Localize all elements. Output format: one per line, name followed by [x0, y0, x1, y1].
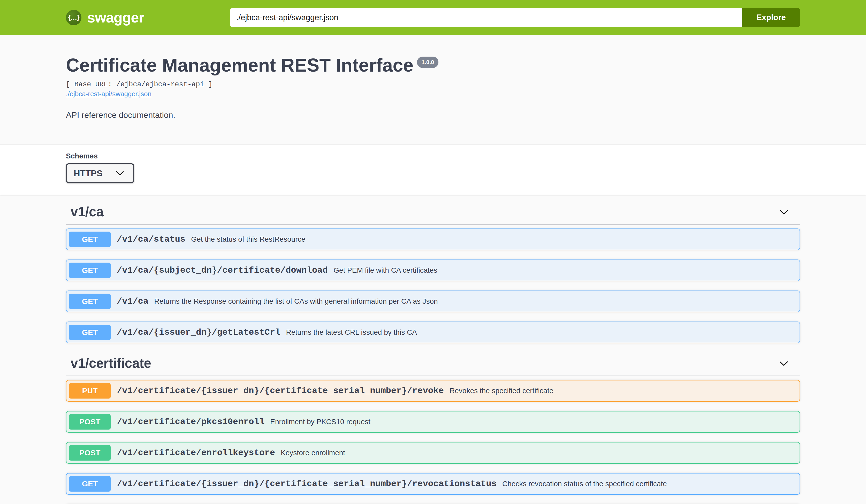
scheme-section: Schemes HTTPS — [0, 145, 866, 194]
schemes-select[interactable]: HTTPS — [66, 163, 134, 183]
operation-row[interactable]: PUT /v1/certificate/{issuer_dn}/{certifi… — [66, 380, 800, 402]
operation-summary: Returns the Response containing the list… — [154, 297, 438, 305]
operation-path: /v1/certificate/enrollkeystore — [117, 448, 275, 458]
operation-path: /v1/ca — [117, 296, 148, 306]
topbar: {…} swagger Explore — [0, 0, 866, 35]
operation-path: /v1/certificate/{issuer_dn}/{certificate… — [117, 479, 497, 489]
schemes-label: Schemes — [66, 152, 800, 160]
spec-link[interactable]: ./ejbca-rest-api/swagger.json — [66, 90, 152, 98]
operation-summary: Keystore enrollment — [281, 449, 345, 457]
operations: v1/ca GET /v1/ca/status Get the status o… — [66, 194, 800, 504]
operation-row[interactable]: POST /v1/certificate/pkcs10enroll Enroll… — [66, 411, 800, 433]
swagger-logo[interactable]: {…} swagger — [66, 9, 144, 26]
operation-path: /v1/ca/{subject_dn}/certificate/download — [117, 266, 328, 275]
section-ops: GET /v1/ca/status Get the status of this… — [66, 228, 800, 343]
chevron-down-icon — [114, 167, 126, 179]
swagger-logo-icon: {…} — [66, 10, 81, 25]
operation-path: /v1/ca/{issuer_dn}/getLatestCrl — [117, 327, 280, 337]
operation-summary: Get the status of this RestResource — [191, 235, 305, 244]
section-header[interactable]: v1/ca — [66, 201, 800, 225]
chevron-down-icon[interactable] — [778, 206, 790, 218]
operation-summary: Revokes the specified certificate — [449, 387, 554, 395]
operation-path: /v1/ca/status — [117, 234, 185, 244]
operation-path: /v1/certificate/{issuer_dn}/{certificate… — [117, 386, 444, 396]
operation-summary: Returns the latest CRL issued by this CA — [286, 328, 417, 337]
operation-row[interactable]: GET /v1/certificate/{issuer_dn}/{certifi… — [66, 473, 800, 495]
spec-url-form: Explore — [230, 8, 800, 27]
operation-summary: Enrollment by PKCS10 request — [270, 418, 370, 426]
operation-row[interactable]: GET /v1/ca/status Get the status of this… — [66, 228, 800, 250]
section-ops: PUT /v1/certificate/{issuer_dn}/{certifi… — [66, 380, 800, 504]
chevron-down-icon[interactable] — [778, 357, 790, 369]
schemes-selected-value: HTTPS — [74, 168, 102, 178]
api-section: v1/ca GET /v1/ca/status Get the status o… — [66, 201, 800, 343]
explore-button[interactable]: Explore — [742, 8, 800, 27]
version-badge: 1.0.0 — [417, 57, 438, 68]
section-header[interactable]: v1/certificate — [66, 352, 800, 376]
page-title: Certificate Management REST Interface — [66, 55, 413, 76]
method-badge: PUT — [69, 383, 111, 399]
base-url: [ Base URL: /ejbca/ejbca-rest-api ] — [66, 81, 800, 88]
method-badge: POST — [69, 414, 111, 429]
operation-row[interactable]: GET /v1/ca Returns the Response containi… — [66, 291, 800, 312]
method-badge: GET — [69, 476, 111, 492]
method-badge: GET — [69, 294, 111, 309]
operation-row[interactable]: POST /v1/certificate/enrollkeystore Keys… — [66, 442, 800, 464]
operation-path: /v1/certificate/pkcs10enroll — [117, 417, 265, 427]
spec-url-input[interactable] — [230, 8, 742, 27]
method-badge: GET — [69, 325, 111, 340]
api-section: v1/certificate PUT /v1/certificate/{issu… — [66, 352, 800, 504]
operation-summary: Get PEM file with CA certificates — [333, 266, 437, 275]
operation-row[interactable]: GET /v1/ca/{subject_dn}/certificate/down… — [66, 259, 800, 281]
api-description: API reference documentation. — [66, 110, 800, 120]
info-section: Certificate Management REST Interface 1.… — [0, 35, 866, 145]
method-badge: GET — [69, 262, 111, 278]
section-title: v1/ca — [70, 204, 104, 220]
operation-row[interactable]: GET /v1/ca/{issuer_dn}/getLatestCrl Retu… — [66, 322, 800, 343]
swagger-wordmark: swagger — [87, 9, 144, 26]
method-badge: GET — [69, 232, 111, 247]
operation-summary: Checks revocation status of the specifie… — [502, 480, 667, 488]
method-badge: POST — [69, 445, 111, 461]
section-title: v1/certificate — [70, 356, 151, 371]
